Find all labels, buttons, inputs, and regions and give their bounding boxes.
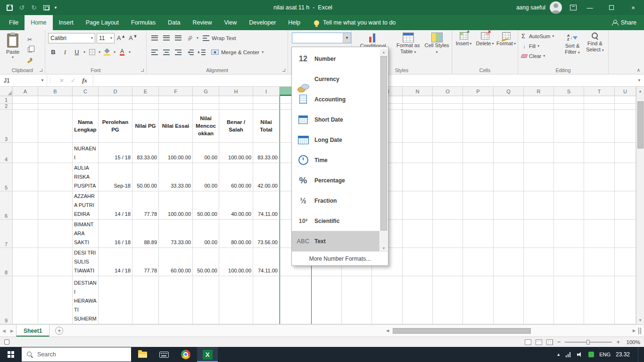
cell-R1[interactable] bbox=[524, 96, 554, 104]
delete-cells-button[interactable]: Delete▾ bbox=[475, 32, 495, 66]
cell-Q8[interactable] bbox=[494, 248, 524, 276]
cell-F1[interactable] bbox=[159, 96, 193, 104]
cell-T6[interactable] bbox=[584, 191, 615, 220]
zoom-level[interactable]: 100% bbox=[624, 339, 640, 345]
scroll-left-icon[interactable]: ◀ bbox=[384, 329, 391, 333]
format-option-percentage[interactable]: %Percentage bbox=[292, 170, 380, 190]
tab-page-layout[interactable]: Page Layout bbox=[80, 15, 125, 30]
sort-filter-button[interactable]: AZ↓ Sort & Filter ▾ bbox=[561, 32, 584, 66]
cell-U8[interactable] bbox=[615, 248, 636, 276]
cell-S7[interactable] bbox=[554, 220, 584, 248]
page-break-view-icon[interactable] bbox=[546, 339, 553, 345]
cell-B1[interactable] bbox=[38, 96, 73, 104]
cell-H6[interactable]: 40.00.00 bbox=[219, 191, 253, 220]
scroll-down-icon[interactable]: ▼ bbox=[638, 317, 642, 323]
hidden-icons-chevron[interactable]: ▲ bbox=[556, 352, 561, 357]
new-sheet-button[interactable]: + bbox=[55, 327, 63, 335]
cell-B3[interactable] bbox=[38, 110, 73, 143]
cell-U6[interactable] bbox=[615, 191, 636, 220]
cell-R2[interactable] bbox=[524, 104, 554, 110]
cell-D9[interactable] bbox=[99, 276, 132, 324]
cell-U7[interactable] bbox=[615, 220, 636, 248]
cell-E5[interactable]: 50.00.00 bbox=[132, 163, 159, 191]
cell-I3[interactable]: Nilai Total bbox=[253, 110, 280, 143]
close-button[interactable]: × bbox=[622, 0, 644, 15]
column-header-O[interactable]: O bbox=[433, 87, 463, 96]
redo-icon[interactable]: ↻ bbox=[28, 1, 40, 14]
cell-P2[interactable] bbox=[463, 104, 494, 110]
cell-D2[interactable] bbox=[99, 104, 132, 110]
cell-O3[interactable] bbox=[433, 110, 463, 143]
format-option-text[interactable]: ABCText bbox=[292, 231, 380, 251]
ribbon-display-options-icon[interactable] bbox=[568, 1, 579, 14]
sheet-tab-sheet1[interactable]: Sheet1 bbox=[16, 325, 50, 337]
cell-H5[interactable]: 60.00.00 bbox=[219, 163, 253, 191]
cell-B5[interactable] bbox=[38, 163, 73, 191]
format-option-scientific[interactable]: 10²Scientific bbox=[292, 211, 380, 231]
qat-customize-icon[interactable] bbox=[41, 1, 52, 14]
align-center-icon[interactable] bbox=[161, 47, 172, 58]
cell-T5[interactable] bbox=[584, 163, 615, 191]
account-name[interactable]: aang saeful bbox=[516, 4, 545, 11]
row-header-1[interactable]: 1 bbox=[0, 96, 13, 104]
cell-P8[interactable] bbox=[463, 248, 494, 276]
cell-H4[interactable]: 100.00.00 bbox=[219, 143, 253, 163]
cell-B7[interactable] bbox=[38, 220, 73, 248]
cell-R6[interactable] bbox=[524, 191, 554, 220]
cell-U1[interactable] bbox=[615, 96, 636, 104]
cell-O7[interactable] bbox=[433, 220, 463, 248]
cell-D7[interactable]: 16 / 18 bbox=[99, 220, 132, 248]
cell-E7[interactable]: 88.89 bbox=[132, 220, 159, 248]
zoom-slider-thumb[interactable] bbox=[586, 340, 590, 345]
cell-F9[interactable] bbox=[159, 276, 193, 324]
cell-G6[interactable]: 50.00.00 bbox=[193, 191, 219, 220]
cell-F6[interactable]: 100.00.00 bbox=[159, 191, 193, 220]
cell-G9[interactable] bbox=[193, 276, 219, 324]
insert-cells-button[interactable]: Insert▾ bbox=[454, 32, 474, 66]
decrease-font-icon[interactable]: A▼ bbox=[128, 33, 138, 43]
cell-U2[interactable] bbox=[615, 104, 636, 110]
cell-R9[interactable] bbox=[524, 276, 554, 324]
cell-H3[interactable]: Benar / Salah bbox=[219, 110, 253, 143]
autosum-button[interactable]: Σ AutoSum▾ bbox=[521, 32, 561, 40]
cell-I9[interactable] bbox=[253, 276, 280, 324]
cell-P9[interactable] bbox=[463, 276, 494, 324]
cell-L9[interactable] bbox=[342, 276, 372, 324]
cell-O6[interactable] bbox=[433, 191, 463, 220]
cell-I2[interactable] bbox=[253, 104, 280, 110]
fill-button[interactable]: ↓ Fill▾ bbox=[521, 42, 561, 50]
cell-N7[interactable] bbox=[403, 220, 433, 248]
qat-dropdown-icon[interactable]: ▾ bbox=[53, 1, 58, 14]
expand-formula-bar-icon[interactable]: ▼ bbox=[635, 74, 644, 86]
scroll-up-icon[interactable]: ▲ bbox=[638, 88, 642, 94]
tab-review[interactable]: Review bbox=[186, 15, 218, 30]
row-header-9[interactable]: 9 bbox=[0, 276, 13, 324]
cell-H2[interactable] bbox=[219, 104, 253, 110]
cell-S6[interactable] bbox=[554, 191, 584, 220]
cell-F2[interactable] bbox=[159, 104, 193, 110]
cell-D8[interactable]: 14 / 18 bbox=[99, 248, 132, 276]
split-handle[interactable] bbox=[638, 328, 641, 334]
cell-Q4[interactable] bbox=[494, 143, 524, 163]
row-header-3[interactable]: 3 bbox=[0, 110, 13, 143]
cell-H8[interactable]: 100.00.00 bbox=[219, 248, 253, 276]
cell-U4[interactable] bbox=[615, 143, 636, 163]
increase-font-icon[interactable]: A▲ bbox=[116, 33, 126, 43]
cell-B6[interactable] bbox=[38, 191, 73, 220]
cell-P1[interactable] bbox=[463, 96, 494, 104]
cell-Q1[interactable] bbox=[494, 96, 524, 104]
save-icon[interactable] bbox=[4, 1, 15, 14]
cell-Q6[interactable] bbox=[494, 191, 524, 220]
cell-O9[interactable] bbox=[433, 276, 463, 324]
column-header-R[interactable]: R bbox=[524, 87, 554, 96]
cell-I7[interactable]: 73.56.00 bbox=[253, 220, 280, 248]
cell-B2[interactable] bbox=[38, 104, 73, 110]
cell-C5[interactable]: AULIA RISKA PUSPITA bbox=[73, 163, 99, 191]
cell-U5[interactable] bbox=[615, 163, 636, 191]
battery-icon[interactable] bbox=[588, 352, 594, 357]
cell-B9[interactable] bbox=[38, 276, 73, 324]
cell-S4[interactable] bbox=[554, 143, 584, 163]
keyboard-icon[interactable] bbox=[154, 347, 174, 362]
cell-Q5[interactable] bbox=[494, 163, 524, 191]
font-size-combo[interactable]: 11▾ bbox=[97, 33, 115, 43]
